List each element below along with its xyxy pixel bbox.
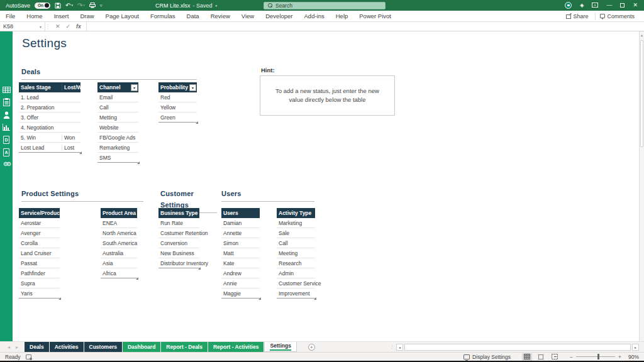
table-row[interactable]: Website [97, 123, 138, 133]
table-row[interactable]: Sale [277, 228, 315, 238]
table-cell[interactable]: Annie [221, 280, 260, 287]
table-cell[interactable]: Email [97, 94, 138, 101]
table-row[interactable]: Red [158, 92, 197, 102]
business-type-table-header[interactable]: Business Type [158, 208, 199, 218]
save-icon[interactable] [55, 3, 61, 9]
zoom-slider-thumb[interactable] [597, 354, 599, 359]
sales-stage-table-header[interactable]: Sales Stage Lost/Won [19, 82, 80, 92]
sheet-tab-report-deals[interactable]: Report - Deals [161, 342, 208, 352]
deals-table-icon[interactable] [3, 85, 11, 94]
table-cell[interactable]: Costumer Retention [158, 230, 210, 236]
ribbon-tab-developer[interactable]: Developer [260, 13, 298, 19]
table-row[interactable]: Meeting [277, 248, 315, 258]
table-row[interactable]: Lost LeadLost [19, 143, 80, 153]
table-row[interactable]: Asia [101, 258, 137, 268]
settings-gears-icon[interactable]: ⚙⚙ [3, 161, 9, 167]
filter-dropdown-icon[interactable] [189, 84, 196, 91]
table-row[interactable]: ENEA [101, 218, 137, 228]
table-row[interactable]: Metting [97, 112, 138, 123]
users-table-header[interactable]: Users [221, 208, 260, 218]
undo-caret-icon[interactable]: ▾ [71, 4, 73, 7]
activity-type-table-header[interactable]: Activity Type [277, 208, 315, 218]
table-row[interactable]: Avenger [19, 228, 60, 238]
report-activities-doc-icon[interactable]: A [3, 148, 9, 156]
table-row[interactable]: North America [101, 228, 137, 238]
filter-dropdown-icon[interactable] [131, 84, 138, 91]
customize-qat-icon[interactable]: ▿ [100, 3, 103, 8]
table-cell[interactable]: Matt [221, 250, 260, 256]
cancel-icon[interactable]: ✕ [55, 23, 60, 30]
search-box[interactable] [264, 2, 386, 9]
table-row[interactable]: Annette [221, 228, 260, 238]
table-cell[interactable]: Remarketing [97, 145, 138, 151]
table-row[interactable]: Costumer Retention [158, 228, 199, 238]
table-row[interactable]: Maggie [221, 288, 260, 299]
table-cell[interactable]: Marketing [277, 220, 315, 226]
table-cell[interactable]: FB/Google Ads [97, 134, 138, 141]
table-cell[interactable]: Pathfinder [19, 270, 60, 277]
table-cell[interactable]: Won [62, 134, 80, 141]
table-row[interactable]: Marketing [277, 218, 315, 228]
table-row[interactable]: Research [277, 258, 315, 268]
table-cell[interactable]: SMS [97, 155, 138, 161]
table-row[interactable]: Andrew [221, 268, 260, 278]
probability-table-header[interactable]: Probability [158, 82, 197, 92]
minimize-button[interactable]: — [606, 3, 612, 8]
page-layout-view-button[interactable] [536, 353, 546, 361]
table-cell[interactable]: Simon [221, 240, 260, 246]
table-cell[interactable]: North America [101, 230, 138, 236]
share-button[interactable]: Share [562, 13, 592, 20]
table-row[interactable]: FB/Google Ads [97, 133, 138, 143]
table-cell[interactable]: New Business [158, 250, 199, 256]
column-header-activity-type[interactable]: Activity Type [277, 210, 315, 216]
sheet-nav-left-icon[interactable]: ◂ [8, 344, 10, 350]
table-row[interactable]: Pathfinder [19, 268, 60, 278]
table-cell[interactable]: Red [158, 94, 197, 101]
scroll-up-icon[interactable]: ▲ [640, 31, 644, 37]
sheet-tab-activities[interactable]: Activities [50, 342, 84, 352]
table-row[interactable]: 1. Lead [19, 92, 80, 102]
autosave-toggle[interactable]: On [35, 3, 50, 9]
table-cell[interactable]: Metting [97, 114, 138, 121]
table-row[interactable]: Africa [101, 268, 137, 278]
ribbon-tab-file[interactable]: File [0, 13, 21, 19]
table-cell[interactable]: Run Rate [158, 220, 199, 226]
column-header-lost-won[interactable]: Lost/Won [62, 84, 80, 90]
ribbon-tab-insert[interactable]: Insert [48, 13, 75, 19]
table-cell[interactable]: Meeting [277, 250, 315, 256]
ribbon-tab-draw[interactable]: Draw [74, 13, 99, 19]
table-cell[interactable]: 4. Negotiation [19, 124, 62, 131]
scroll-right-icon[interactable]: ▸ [632, 344, 639, 351]
table-row[interactable]: Kate [221, 258, 260, 268]
name-box-caret-icon[interactable]: ▾ [40, 25, 42, 29]
diamond-icon[interactable]: ◈ [580, 3, 584, 8]
zoom-slider[interactable] [576, 356, 615, 357]
table-cell[interactable]: Passat [19, 260, 60, 266]
table-row[interactable]: Australia [101, 248, 137, 258]
table-row[interactable]: Passat [19, 258, 60, 268]
title-caret-icon[interactable]: ▾ [216, 4, 218, 8]
new-sheet-button[interactable]: + [308, 342, 315, 352]
table-row[interactable]: Customer Service [277, 278, 315, 288]
horizontal-scrollbar-track[interactable] [404, 344, 631, 351]
product-area-table-header[interactable]: Product Area [101, 208, 137, 218]
table-row[interactable]: Land Cruiser [19, 248, 60, 258]
user-avatar[interactable] [565, 2, 572, 9]
table-row[interactable]: 5. WinWon [19, 133, 80, 143]
zoom-out-icon[interactable]: − [570, 354, 573, 360]
table-row[interactable]: Admin [277, 268, 315, 278]
horizontal-scrollbar[interactable]: ⋮ ◂ ▸ [390, 342, 644, 352]
table-cell[interactable]: Aerostar [19, 220, 60, 226]
normal-view-button[interactable] [522, 353, 532, 361]
table-cell[interactable]: Australia [101, 250, 137, 256]
table-cell[interactable]: 5. Win [19, 134, 62, 141]
restore-button[interactable] [620, 3, 625, 8]
insert-function-icon[interactable]: fx [76, 23, 81, 30]
table-row[interactable]: Aerostar [19, 218, 60, 228]
table-row[interactable]: Damian [221, 218, 260, 228]
sheet-tab-report-activities[interactable]: Report - Activities [208, 342, 264, 352]
worksheet[interactable]: D A ⚙⚙ Settings Deals Product Settings C… [0, 31, 644, 341]
column-header-probability[interactable]: Probability [158, 84, 189, 90]
ribbon-tab-home[interactable]: Home [21, 13, 48, 19]
vertical-scrollbar-thumb[interactable] [640, 40, 643, 147]
